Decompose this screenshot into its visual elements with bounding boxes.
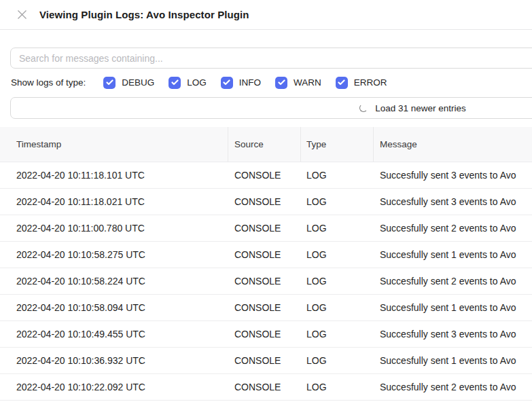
cell-message: Succesfully sent 1 events to Avo bbox=[374, 295, 532, 320]
cell-type: LOG bbox=[301, 295, 374, 320]
cell-timestamp: 2022-04-20 10:11:18.021 UTC bbox=[0, 189, 228, 215]
titlebar: Viewing Plugin Logs: Avo Inspector Plugi… bbox=[0, 0, 532, 30]
cell-message: Succesfully sent 1 events to Avo bbox=[374, 348, 532, 373]
log-type-checkbox-option[interactable]: WARN bbox=[275, 77, 321, 89]
cell-message: Succesfully sent 3 events to Avo bbox=[374, 321, 532, 347]
log-type-label: LOG bbox=[187, 77, 207, 88]
log-type-label: INFO bbox=[239, 77, 261, 88]
loading-spinner-icon bbox=[359, 104, 368, 112]
log-table-row: 2022-04-20 10:10:22.092 UTC CONSOLE LOG … bbox=[0, 374, 532, 401]
checkmark-icon bbox=[106, 79, 113, 86]
cell-timestamp: 2022-04-20 10:10:22.092 UTC bbox=[0, 374, 228, 400]
cell-type: LOG bbox=[301, 215, 374, 241]
cell-source: CONSOLE bbox=[228, 374, 301, 400]
cell-timestamp: 2022-04-20 10:10:58.094 UTC bbox=[0, 295, 228, 320]
cell-type: LOG bbox=[301, 242, 374, 268]
checkbox-checked[interactable] bbox=[275, 77, 287, 89]
log-type-label: DEBUG bbox=[122, 77, 154, 88]
load-newer-entries-button[interactable]: Load 31 newer entries bbox=[10, 97, 532, 119]
log-type-label: ERROR bbox=[354, 77, 387, 88]
column-header-timestamp: Timestamp bbox=[0, 127, 228, 162]
cell-source: CONSOLE bbox=[228, 321, 301, 347]
cell-type: LOG bbox=[301, 189, 374, 215]
load-newer-entries-label: Load 31 newer entries bbox=[375, 103, 466, 113]
cell-type: LOG bbox=[301, 268, 374, 294]
checkmark-icon bbox=[223, 79, 230, 86]
page-title: Viewing Plugin Logs: Avo Inspector Plugi… bbox=[39, 9, 249, 20]
cell-message: Succesfully sent 3 events to Avo bbox=[374, 189, 532, 215]
checkmark-icon bbox=[338, 79, 345, 86]
cell-message: Succesfully sent 2 events to Avo bbox=[374, 215, 532, 241]
filter-options: DEBUG LOG INFO bbox=[103, 77, 387, 89]
checkmark-icon bbox=[171, 79, 179, 86]
close-icon bbox=[17, 10, 27, 20]
log-table-row: 2022-04-20 10:11:18.101 UTC CONSOLE LOG … bbox=[0, 162, 532, 189]
log-table-row: 2022-04-20 10:10:58.224 UTC CONSOLE LOG … bbox=[0, 268, 532, 295]
cell-timestamp: 2022-04-20 10:10:49.455 UTC bbox=[0, 321, 228, 347]
cell-source: CONSOLE bbox=[228, 348, 301, 373]
cell-timestamp: 2022-04-20 10:10:58.224 UTC bbox=[0, 268, 228, 294]
cell-timestamp: 2022-04-20 10:11:18.101 UTC bbox=[0, 162, 228, 188]
log-table: Timestamp Source Type Message 2022-04-20… bbox=[0, 127, 532, 401]
close-button[interactable] bbox=[16, 10, 27, 20]
cell-source: CONSOLE bbox=[228, 162, 301, 188]
log-type-label: WARN bbox=[294, 77, 321, 88]
cell-type: LOG bbox=[301, 162, 374, 188]
cell-source: CONSOLE bbox=[228, 268, 301, 294]
log-table-row: 2022-04-20 10:10:36.932 UTC CONSOLE LOG … bbox=[0, 348, 532, 374]
log-table-row: 2022-04-20 10:11:18.021 UTC CONSOLE LOG … bbox=[0, 189, 532, 215]
cell-timestamp: 2022-04-20 10:10:58.275 UTC bbox=[0, 242, 228, 268]
filter-label: Show logs of type: bbox=[11, 77, 86, 88]
cell-source: CONSOLE bbox=[228, 215, 301, 241]
cell-timestamp: 2022-04-20 10:11:00.780 UTC bbox=[0, 215, 228, 241]
cell-timestamp: 2022-04-20 10:10:36.932 UTC bbox=[0, 348, 228, 373]
log-table-row: 2022-04-20 10:10:58.094 UTC CONSOLE LOG … bbox=[0, 295, 532, 321]
cell-type: LOG bbox=[301, 348, 374, 373]
cell-message: Succesfully sent 2 events to Avo bbox=[374, 374, 532, 400]
cell-message: Succesfully sent 2 events to Avo bbox=[374, 268, 532, 294]
cell-message: Succesfully sent 1 events to Avo bbox=[374, 242, 532, 268]
table-header: Timestamp Source Type Message bbox=[0, 127, 532, 162]
cell-source: CONSOLE bbox=[228, 242, 301, 268]
log-table-row: 2022-04-20 10:11:00.780 UTC CONSOLE LOG … bbox=[0, 215, 532, 242]
cell-source: CONSOLE bbox=[228, 189, 301, 215]
log-table-row: 2022-04-20 10:10:58.275 UTC CONSOLE LOG … bbox=[0, 242, 532, 268]
log-type-checkbox-option[interactable]: ERROR bbox=[336, 77, 387, 89]
cell-message: Succesfully sent 3 events to Avo bbox=[374, 162, 532, 188]
log-type-filter-row: Show logs of type: DEBUG LOG bbox=[11, 76, 532, 89]
checkbox-checked[interactable] bbox=[221, 77, 233, 89]
checkmark-icon bbox=[278, 79, 285, 86]
column-header-source: Source bbox=[228, 127, 301, 162]
table-body: 2022-04-20 10:11:18.101 UTC CONSOLE LOG … bbox=[0, 162, 532, 401]
column-header-type: Type bbox=[301, 127, 374, 162]
search-input[interactable] bbox=[10, 48, 532, 69]
checkbox-checked[interactable] bbox=[169, 77, 181, 89]
log-type-checkbox-option[interactable]: LOG bbox=[169, 77, 207, 89]
log-type-checkbox-option[interactable]: DEBUG bbox=[103, 77, 154, 89]
column-header-message: Message bbox=[374, 127, 532, 162]
checkbox-checked[interactable] bbox=[336, 77, 348, 89]
cell-type: LOG bbox=[301, 321, 374, 347]
log-type-checkbox-option[interactable]: INFO bbox=[221, 77, 261, 89]
checkbox-checked[interactable] bbox=[103, 77, 116, 89]
cell-type: LOG bbox=[301, 374, 374, 400]
log-table-row: 2022-04-20 10:10:49.455 UTC CONSOLE LOG … bbox=[0, 321, 532, 348]
cell-source: CONSOLE bbox=[228, 295, 301, 320]
